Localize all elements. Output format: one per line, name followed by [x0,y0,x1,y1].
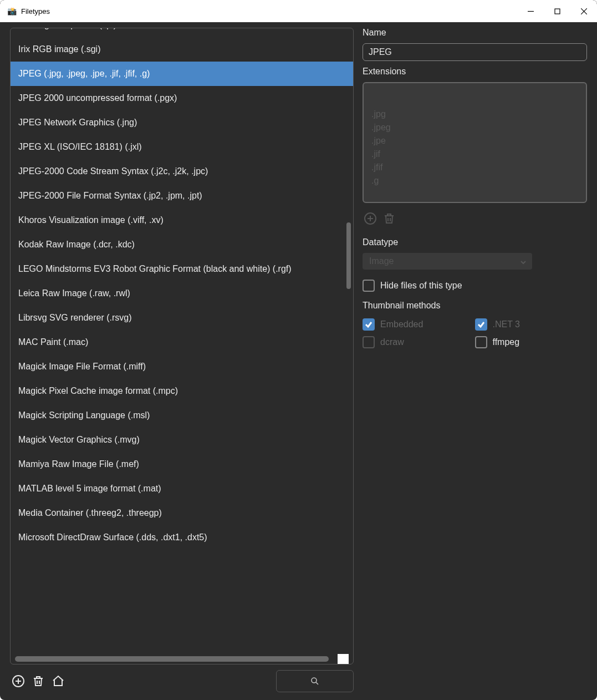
list-item[interactable]: Magick Pixel Cache image format (.mpc) [11,379,353,403]
thumb-method-label: .NET 3 [493,319,521,329]
app-icon: 📸 [7,6,17,16]
search-input[interactable] [276,670,354,692]
list-item[interactable]: JPEG XL (ISO/IEC 18181) (.jxl) [11,135,353,159]
list-item[interactable]: … Image Sequence (.ipl) [11,28,353,37]
list-item[interactable]: JPEG-2000 File Format Syntax (.jp2, .jpm… [11,184,353,208]
chevron-down-icon [520,258,527,268]
thumb-methods-label: Thumbnail methods [363,301,587,311]
home-button[interactable] [50,673,67,689]
thumb-method-label: Embedded [380,319,423,329]
svg-rect-1 [555,9,560,14]
svg-line-10 [316,682,318,684]
hide-files-checkbox[interactable] [363,280,375,292]
vertical-scrollbar[interactable] [346,222,351,289]
extension-item[interactable]: .jfif [371,161,578,174]
add-extension-button[interactable] [363,211,378,226]
list-item[interactable]: Librsvg SVG renderer (.rsvg) [11,306,353,330]
maximize-button[interactable] [544,0,570,22]
delete-extension-button[interactable] [381,211,397,226]
thumb-method-checkbox [475,318,487,331]
list-item[interactable]: Media Container (.threeg2, .threegp) [11,501,353,525]
thumb-method-checkbox[interactable] [475,336,487,348]
list-item[interactable]: Microsoft DirectDraw Surface (.dds, .dxt… [11,525,353,550]
filetype-list: … Image Sequence (.ipl)Irix RGB image (.… [10,28,354,665]
extensions-list[interactable]: .jpg.jpeg.jpe.jif.jfif.g [363,82,587,203]
list-item[interactable]: JPEG-2000 Code Stream Syntax (.j2c, .j2k… [11,159,353,184]
list-item[interactable]: Mamiya Raw Image File (.mef) [11,452,353,476]
datatype-label: Datatype [363,237,587,247]
thumb-method-label: ffmpeg [493,337,520,347]
add-button[interactable] [10,673,27,689]
search-icon [310,676,320,686]
list-item[interactable]: JPEG (.jpg, .jpeg, .jpe, .jif, .jfif, .g… [11,62,353,86]
list-item[interactable]: Khoros Visualization image (.viff, .xv) [11,208,353,232]
svg-point-9 [312,678,317,683]
body: … Image Sequence (.ipl)Irix RGB image (.… [0,22,597,700]
filetypes-window: 📸 Filetypes … Image Sequence (.ipl)Irix … [0,0,597,700]
details-panel: Name Extensions .jpg.jpeg.jpe.jif.jfif.g… [363,28,587,692]
list-item[interactable]: Irix RGB image (.sgi) [11,37,353,62]
extensions-label: Extensions [363,67,587,77]
window-title: Filetypes [21,7,513,16]
extension-item[interactable]: .jpg [371,108,578,121]
thumb-method-label: dcraw [380,337,404,347]
filetype-list-panel: … Image Sequence (.ipl)Irix RGB image (.… [10,28,354,692]
name-label: Name [363,28,587,38]
list-item[interactable]: MATLAB level 5 image format (.mat) [11,476,353,501]
name-field[interactable] [363,43,587,61]
list-item[interactable]: Kodak Raw Image (.dcr, .kdc) [11,232,353,257]
scroll-corner [338,654,349,664]
close-button[interactable] [570,0,597,22]
datatype-select[interactable]: Image [363,253,532,270]
window-controls [517,0,597,22]
minimize-button[interactable] [517,0,544,22]
list-item[interactable]: LEGO Mindstorms EV3 Robot Graphic Format… [11,257,353,281]
extension-item[interactable]: .jif [371,148,578,161]
horizontal-scrollbar[interactable] [15,656,329,662]
list-item[interactable]: Leica Raw Image (.raw, .rwl) [11,281,353,306]
list-item[interactable]: MAC Paint (.mac) [11,330,353,354]
list-item[interactable]: JPEG Network Graphics (.jng) [11,110,353,135]
title-bar: 📸 Filetypes [0,0,597,22]
extension-item[interactable]: .g [371,174,578,187]
datatype-value: Image [369,256,394,266]
list-item[interactable]: Magick Image File Format (.miff) [11,354,353,379]
thumb-method-checkbox [363,318,375,331]
list-item[interactable]: Magick Vector Graphics (.mvg) [11,428,353,452]
list-item[interactable]: Magick Scripting Language (.msl) [11,403,353,428]
list-toolbar [10,670,354,692]
delete-button[interactable] [30,673,47,689]
extension-item[interactable]: .jpe [371,134,578,148]
extension-item[interactable]: .jpeg [371,121,578,134]
list-item[interactable]: JPEG 2000 uncompressed format (.pgx) [11,86,353,110]
thumb-method-checkbox [363,336,375,348]
hide-files-label: Hide files of this type [380,281,462,291]
